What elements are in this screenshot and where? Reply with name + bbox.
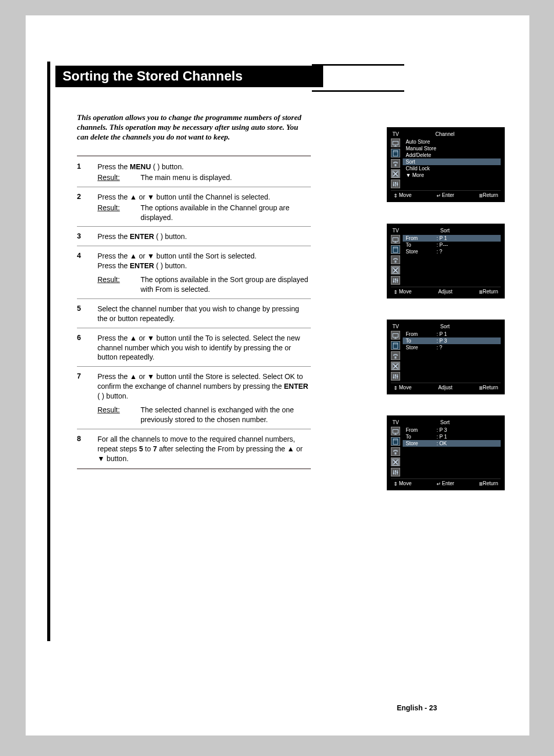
osd-category-icon: [391, 351, 400, 360]
osd-menu-item[interactable]: ▼ More: [403, 172, 501, 178]
osd-row-key: Store: [406, 441, 437, 446]
result-label: Result:: [97, 405, 135, 425]
step-row: 2 Press the ▲ or ▼ button until the Chan…: [77, 190, 311, 224]
osd-kv-row[interactable]: From : P 1: [403, 331, 501, 337]
osd-category-icon: [391, 468, 400, 476]
osd-menu-title: Channel: [436, 131, 454, 137]
osd-category-icon: [391, 331, 400, 340]
text: ( ) button.: [154, 262, 187, 270]
step-number: 3: [77, 232, 90, 242]
osd-kv-row[interactable]: To : P---: [403, 242, 501, 248]
osd-menu-title: Sort: [440, 324, 449, 329]
updown-icon: ⇕: [393, 385, 398, 391]
osd-hint-move: ⇕ Move: [393, 385, 411, 391]
osd-hint-enter: ↵ Enter: [437, 481, 454, 487]
osd-hint-bar: ⇕ Move Adjust ⅢReturn: [391, 287, 501, 295]
osd-category-icon: [391, 255, 400, 264]
svg-rect-30: [393, 334, 399, 337]
intro-paragraph: This operation allows you to change the …: [77, 113, 310, 142]
svg-point-28: [395, 278, 397, 280]
svg-rect-19: [393, 247, 398, 249]
svg-rect-4: [393, 151, 398, 153]
osd-row-spacer: [403, 462, 501, 470]
osd-category-icon: [391, 266, 400, 274]
osd-menu-item[interactable]: Child Lock: [403, 165, 501, 172]
osd-header: TV Channel: [391, 131, 501, 138]
osd-kv-row[interactable]: Store : ?: [403, 248, 501, 255]
osd-row-key: To: [406, 242, 437, 248]
osd-row-value: : ?: [437, 345, 442, 350]
osd-icon-strip: [391, 235, 403, 285]
step-number: 8: [77, 434, 90, 464]
result-text: The main menu is displayed.: [141, 173, 311, 183]
text: to: [143, 445, 153, 453]
enter-label: ENTER: [130, 232, 154, 241]
return-icon: Ⅲ: [479, 289, 483, 295]
osd-menu-item[interactable]: Auto Store: [403, 138, 501, 145]
osd-kv-row[interactable]: To : P 3: [403, 337, 501, 344]
osd-category-icon: [391, 138, 400, 147]
osd-sort-store: TV Sort From : P 3 To : P 1 Store : OK ⇕…: [387, 415, 505, 490]
enter-icon: ↵: [437, 193, 441, 198]
updown-icon: ⇕: [393, 193, 398, 198]
step-number: 6: [77, 333, 90, 363]
step-number: 1: [77, 162, 90, 183]
title-band-outline: [312, 64, 404, 92]
osd-row-value: : P 1: [437, 434, 447, 440]
step-body: Press the ▲ or ▼ button until the To is …: [97, 333, 311, 363]
result-text: The options available in the Sort group …: [141, 275, 311, 294]
divider: [77, 299, 311, 299]
osd-menu-list: From : P 1 To : P--- Store : ?: [403, 235, 501, 285]
osd-menu-list: From : P 3 To : P 1 Store : OK: [403, 427, 501, 476]
osd-menu-item[interactable]: Sort: [403, 158, 501, 165]
svg-rect-5: [394, 164, 397, 166]
osd-kv-row[interactable]: Store : ?: [403, 344, 501, 351]
osd-menu-item[interactable]: Manual Store: [403, 145, 501, 152]
osd-tv-label: TV: [392, 420, 399, 425]
osd-kv-row[interactable]: Store : OK: [403, 440, 501, 447]
osd-kv-row[interactable]: To : P 1: [403, 433, 501, 440]
osd-tv-label: TV: [392, 228, 399, 233]
svg-point-44: [397, 376, 398, 377]
step-row: 6 Press the ▲ or ▼ button until the To i…: [77, 331, 311, 364]
osd-row-key: Store: [406, 345, 437, 350]
osd-hint-return: ⅢReturn: [479, 385, 498, 391]
osd-category-icon: [391, 372, 400, 381]
svg-point-29: [397, 280, 398, 282]
svg-rect-34: [393, 343, 398, 345]
divider: [77, 366, 311, 367]
svg-rect-50: [394, 452, 397, 454]
osd-hint-enter: ↵ Enter: [437, 192, 454, 198]
osd-row-key: Store: [406, 249, 437, 254]
result-text: The selected channel is exchanged with t…: [141, 405, 311, 425]
osd-category-icon: [391, 437, 400, 446]
enter-label: ENTER: [284, 382, 308, 390]
osd-category-icon: [391, 235, 400, 244]
text: Press the ▲ or ▼ button until the Store …: [97, 372, 303, 390]
step-number: 5: [77, 304, 90, 324]
osd-hint-move: ⇕ Move: [393, 192, 411, 198]
osd-row-value: : P---: [437, 242, 448, 248]
osd-row-spacer: [403, 255, 501, 263]
text: Press the: [97, 163, 130, 171]
svg-point-13: [395, 182, 397, 184]
result-label: Result:: [97, 275, 135, 294]
osd-row-spacer: [403, 359, 501, 366]
osd-hint-move: ⇕ Move: [393, 481, 411, 487]
osd-kv-row[interactable]: From : P 1: [403, 235, 501, 242]
osd-menu-item[interactable]: Add/Delete: [403, 152, 501, 158]
osd-row-spacer: [403, 454, 501, 462]
step-number: 4: [77, 251, 90, 294]
osd-hint-return: ⅢReturn: [479, 481, 498, 487]
osd-row-key: From: [406, 235, 437, 241]
osd-row-value: : P 3: [437, 427, 447, 433]
steps-column: 1 Press the MENU ( ) button. Result: The…: [77, 151, 311, 473]
osd-hint-return: ⅢReturn: [479, 192, 498, 198]
osd-category-icon: [391, 447, 400, 456]
osd-row-value: : ?: [437, 249, 442, 254]
divider: [77, 226, 311, 227]
osd-row-spacer: [403, 447, 501, 454]
osd-kv-row[interactable]: From : P 3: [403, 427, 501, 433]
svg-point-57: [393, 472, 394, 474]
osd-icon-strip: [391, 331, 403, 381]
